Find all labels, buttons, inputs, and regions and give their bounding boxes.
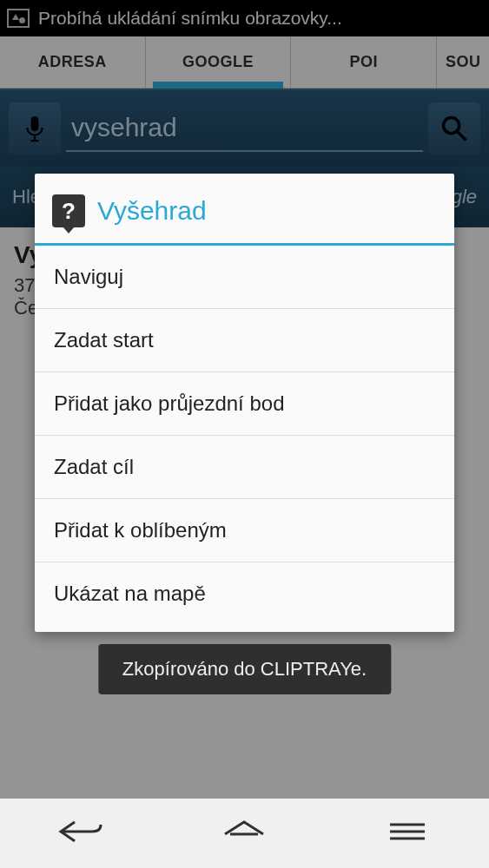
dialog-item-label: Přidat jako průjezdní bod: [54, 391, 285, 415]
dialog-item-navigate[interactable]: Naviguj: [35, 246, 454, 309]
question-icon: ?: [52, 194, 85, 227]
menu-button[interactable]: [381, 817, 433, 850]
home-button[interactable]: [218, 817, 270, 850]
dialog-item-add-waypoint[interactable]: Přidat jako průjezdní bod: [35, 372, 454, 436]
home-icon: [218, 817, 270, 846]
menu-icon: [381, 817, 433, 846]
dialog-title: Vyšehrad: [97, 196, 207, 226]
back-button[interactable]: [56, 817, 108, 850]
dialog-item-add-favorite[interactable]: Přidat k oblíbeným: [35, 499, 454, 562]
toast: Zkopírováno do CLIPTRAYe.: [98, 644, 391, 694]
dialog-item-label: Přidat k oblíbeným: [54, 518, 227, 542]
dialog-item-label: Ukázat na mapě: [54, 582, 206, 605]
context-dialog: ? Vyšehrad Naviguj Zadat start Přidat ja…: [35, 174, 454, 632]
dialog-item-label: Naviguj: [54, 265, 123, 288]
toast-text: Zkopírováno do CLIPTRAYe.: [122, 658, 367, 680]
dialog-header: ? Vyšehrad: [35, 174, 454, 243]
dialog-item-set-start[interactable]: Zadat start: [35, 309, 454, 372]
dialog-item-label: Zadat cíl: [54, 455, 134, 478]
system-navbar: [0, 799, 489, 868]
back-icon: [56, 817, 108, 846]
dialog-item-set-destination[interactable]: Zadat cíl: [35, 436, 454, 499]
dialog-item-show-on-map[interactable]: Ukázat na mapě: [35, 562, 454, 632]
dialog-item-label: Zadat start: [54, 328, 154, 352]
